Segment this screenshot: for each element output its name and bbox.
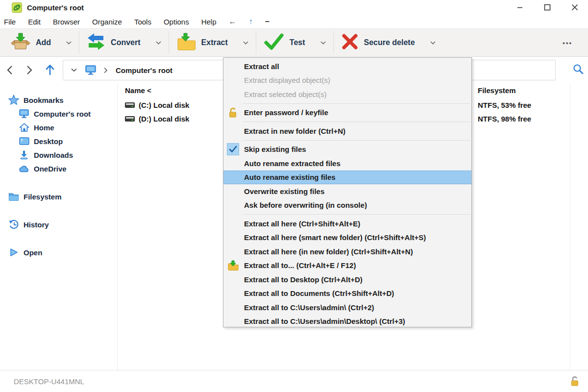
drive-filesystem: NTFS, 53% free [478,101,531,109]
menu-item-extract-to-admin[interactable]: Extract all to C:\Users\admin\ (Ctrl+2) [223,300,471,315]
convert-button[interactable]: Convert [81,31,167,54]
sidebar-item-label: Desktop [34,137,63,146]
menu-item-extract-selected: Extract selected object(s) [223,87,471,101]
sidebar-item-bookmarks[interactable]: Bookmarks [0,93,117,107]
menu-item-extract-to-admin-desktop[interactable]: Extract all to C:\Users\admin\Desktop\ (… [223,315,471,329]
menu-item-extract-all[interactable]: Extract all [223,59,471,74]
monitor-icon [19,108,29,119]
sidebar-item-label: Home [34,123,54,132]
menu-organize[interactable]: Organize [92,18,122,26]
menu-item-auto-rename-existing[interactable]: Auto rename existing files [223,171,471,185]
sidebar-item-label: OneDrive [34,165,67,173]
checkmark-icon [226,143,240,156]
sidebar: Bookmarks Computer's root [0,83,118,370]
sidebar-item-computers-root[interactable]: Computer's root [0,107,117,121]
sidebar-item-downloads[interactable]: Downloads [0,148,117,162]
menu-item-extract-all-here[interactable]: Extract all here (Ctrl+Shift+Alt+E) [223,217,471,231]
menu-item-extract-here-smart[interactable]: Extract all here (smart new folder) (Ctr… [223,231,471,245]
unlock-icon [226,106,240,119]
extract-folder-icon [176,33,196,53]
menu-help[interactable]: Help [201,18,217,26]
toolbar-separator [333,31,334,54]
menu-separator [243,214,470,215]
sidebar-item-label: Filesystem [24,193,62,201]
menu-item-ask-before-overwriting[interactable]: Ask before overwriting (in console) [223,198,471,213]
up-arrow-icon[interactable]: ↑ [249,17,253,26]
hard-drive-icon [125,115,135,122]
secure-delete-icon [341,33,359,52]
drive-name: (C:) Local disk [139,101,189,109]
hostname-label: DESKTOP-U441MNL [14,377,84,386]
close-button[interactable] [567,0,582,15]
add-button[interactable]: Add [5,31,77,54]
menu-file[interactable]: File [4,18,16,26]
sidebar-item-onedrive[interactable]: OneDrive [0,162,117,175]
menu-tools[interactable]: Tools [134,18,151,26]
column-header-filesystem[interactable]: Filesystem [478,86,516,95]
sidebar-item-home[interactable]: Home [0,121,117,134]
sidebar-item-open[interactable]: Open [0,245,117,259]
menu-separator [243,140,470,141]
breadcrumb-chevron-icon [103,67,108,74]
menu-item-extract-displayed: Extract displayed object(s) [223,74,471,88]
test-check-icon [264,33,284,52]
maximize-button[interactable] [540,0,555,15]
menu-item-skip-existing[interactable]: Skip existing files [223,143,471,157]
sidebar-item-filesystem[interactable]: Filesystem [0,190,117,203]
downloads-icon [19,149,29,160]
sidebar-item-desktop[interactable]: Desktop [0,134,117,148]
minimize-button[interactable] [513,0,527,15]
onedrive-cloud-icon [19,163,29,174]
drive-filesystem: NTFS, 98% free [478,115,531,123]
unlock-status-icon[interactable] [569,375,580,389]
convert-button-label: Convert [111,38,140,47]
extract-button[interactable]: Extract [171,31,254,54]
nav-back-button[interactable] [4,64,16,76]
back-arrow-icon[interactable]: ← [229,17,237,26]
menu-item-enter-password[interactable]: Enter password / keyfile [223,106,471,120]
computer-icon [85,65,97,75]
test-button[interactable]: Test [258,31,332,54]
menu-item-extract-to-documents[interactable]: Extract all to Documents (Ctrl+Shift+Alt… [223,287,471,301]
peazip-window: Computer's root File Edit Browser Organi… [0,0,588,392]
toolbar: Add Convert [0,28,588,57]
toolbar-separator [169,31,169,54]
test-dropdown-chevron-icon[interactable] [320,41,326,45]
menu-item-extract-all-to[interactable]: Extract all to... (Ctrl+Alt+E / F12) [223,259,471,273]
secure-delete-dropdown-chevron-icon[interactable] [430,41,436,45]
search-button[interactable] [572,63,584,77]
address-dropdown-chevron-icon[interactable] [71,68,77,72]
peazip-logo-icon [12,2,22,13]
sidebar-item-history[interactable]: History [0,218,117,231]
extract-dropdown-chevron-icon[interactable] [243,41,248,45]
sidebar-item-label: Downloads [34,151,73,159]
collapse-icon[interactable]: − [265,17,270,26]
menu-options[interactable]: Options [164,18,189,26]
secure-delete-button-label: Secure delete [364,38,415,47]
nav-up-button[interactable] [44,64,56,76]
secure-delete-button[interactable]: Secure delete [335,31,441,54]
menu-item-auto-rename-extracted[interactable]: Auto rename extracted files [223,156,471,171]
nav-forward-button[interactable] [24,64,35,76]
status-bar: DESKTOP-U441MNL [0,370,588,392]
menu-bar: File Edit Browser Organize Tools Options… [0,15,588,28]
column-header-name[interactable]: Name < [125,86,151,95]
more-tools-button[interactable]: ••• [563,39,572,47]
hard-drive-icon [125,101,135,109]
menu-item-extract-here-new-folder[interactable]: Extract all here (in new folder) (Ctrl+S… [223,245,471,259]
sidebar-item-label: History [24,220,49,229]
add-dropdown-chevron-icon[interactable] [66,41,72,45]
sidebar-item-label: Open [24,248,42,257]
menu-edit[interactable]: Edit [28,18,41,26]
extract-dropdown-menu: Extract all Extract displayed object(s) … [223,57,472,327]
breadcrumb-location: Computer's root [116,66,172,74]
home-icon [19,122,29,133]
folder-icon [8,191,19,202]
menu-browser[interactable]: Browser [53,18,80,26]
window-title: Computer's root [27,3,84,12]
title-bar: Computer's root [0,0,588,15]
convert-dropdown-chevron-icon[interactable] [156,41,161,45]
menu-item-extract-new-folder[interactable]: Extract in new folder (Ctrl+N) [223,124,471,138]
menu-item-overwrite-existing[interactable]: Overwrite existing files [223,184,471,198]
menu-item-extract-to-desktop[interactable]: Extract all to Desktop (Ctrl+Alt+D) [223,272,471,287]
